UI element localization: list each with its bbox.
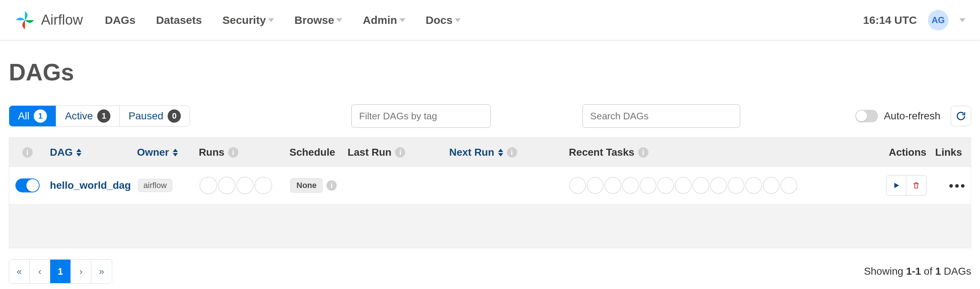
nav-browse[interactable]: Browse <box>294 14 342 26</box>
info-icon[interactable]: i <box>326 180 337 191</box>
search-dags-input[interactable] <box>582 104 740 128</box>
more-links-button[interactable]: ••• <box>949 179 966 193</box>
status-circle[interactable] <box>781 177 797 194</box>
nav-label: Docs <box>426 14 453 26</box>
page-title: DAGs <box>9 59 971 86</box>
play-icon <box>892 181 900 190</box>
status-circle[interactable] <box>640 177 657 194</box>
owner-chip[interactable]: airflow <box>138 179 172 192</box>
brand-link[interactable]: Airflow <box>15 10 83 30</box>
table-header-row: i DAG Owner Runs i Schedule Last Run i N… <box>9 138 971 167</box>
nav-label: Admin <box>363 14 397 26</box>
brand-name: Airflow <box>41 12 83 28</box>
autorefresh-label: Auto-refresh <box>884 110 940 122</box>
nav-label: Datasets <box>156 14 202 26</box>
status-circle[interactable] <box>622 177 639 194</box>
filter-row: All 1 Active 1 Paused 0 Auto-refresh <box>9 104 971 128</box>
airflow-pinwheel-icon <box>15 10 35 30</box>
recent-task-circles[interactable] <box>569 177 797 194</box>
sort-icon <box>173 149 178 156</box>
status-circle[interactable] <box>605 177 621 194</box>
chevron-down-icon <box>336 18 342 22</box>
run-status-circles[interactable] <box>199 177 272 194</box>
chevron-down-icon <box>399 18 405 22</box>
filter-tag-input[interactable] <box>352 104 491 128</box>
status-circle[interactable] <box>657 177 674 194</box>
th-label: Recent Tasks <box>569 147 634 158</box>
nav-admin[interactable]: Admin <box>363 14 405 26</box>
th-runs: Runs i <box>194 147 285 158</box>
trigger-dag-button[interactable] <box>886 176 906 195</box>
status-circle[interactable] <box>692 177 710 194</box>
page-number[interactable]: 1 <box>50 260 71 283</box>
status-tab-group: All 1 Active 1 Paused 0 <box>9 105 190 127</box>
th-label: DAG <box>50 147 73 158</box>
sort-icon <box>498 149 503 156</box>
autorefresh-group: Auto-refresh <box>855 110 940 122</box>
tab-all[interactable]: All 1 <box>9 106 56 126</box>
tab-label: Active <box>65 110 93 122</box>
info-icon[interactable]: i <box>395 147 405 158</box>
info-icon[interactable]: i <box>638 147 648 158</box>
nav-datasets[interactable]: Datasets <box>156 14 202 26</box>
pagination: « ‹ 1 › » <box>9 259 112 284</box>
tab-label: Paused <box>128 110 163 122</box>
autorefresh-toggle[interactable] <box>855 110 878 122</box>
status-circle[interactable] <box>569 177 586 194</box>
status-circle[interactable] <box>728 177 745 194</box>
clock[interactable]: 16:14 UTC <box>863 14 917 26</box>
nav-links: DAGs Datasets Security Browse Admin Docs <box>105 14 461 26</box>
dag-enable-toggle[interactable] <box>15 179 40 192</box>
nav-dags[interactable]: DAGs <box>105 14 135 26</box>
top-navbar: Airflow DAGs Datasets Security Browse Ad… <box>0 0 980 40</box>
status-circle[interactable] <box>745 177 762 194</box>
page-next[interactable]: › <box>71 260 91 283</box>
info-icon[interactable]: i <box>22 147 33 158</box>
th-label: Owner <box>137 147 169 158</box>
refresh-icon <box>955 110 966 121</box>
status-circle[interactable] <box>218 177 235 194</box>
page-last[interactable]: » <box>91 260 112 283</box>
dag-id-link[interactable]: hello_world_dag <box>50 180 131 191</box>
nav-right: 16:14 UTC AG <box>863 10 965 30</box>
status-circle[interactable] <box>710 177 727 194</box>
th-label: Links <box>935 147 962 158</box>
status-circle[interactable] <box>587 177 604 194</box>
schedule-chip[interactable]: None <box>290 178 323 193</box>
th-nextrun[interactable]: Next Run i <box>445 147 565 158</box>
refresh-button[interactable] <box>951 106 971 126</box>
info-icon[interactable]: i <box>507 147 517 158</box>
chevron-down-icon <box>455 18 461 22</box>
showing-summary: Showing 1-1 of 1 DAGs <box>864 265 971 277</box>
th-recent: Recent Tasks i <box>565 147 869 158</box>
tab-active[interactable]: Active 1 <box>56 106 119 126</box>
page-prev[interactable]: ‹ <box>30 260 50 283</box>
page-first[interactable]: « <box>9 260 30 283</box>
tab-paused[interactable]: Paused 0 <box>119 106 189 126</box>
tab-label: All <box>18 110 29 122</box>
nav-label: Security <box>222 14 266 26</box>
delete-dag-button[interactable] <box>906 176 926 195</box>
nav-docs[interactable]: Docs <box>426 14 461 26</box>
footer-row: « ‹ 1 › » Showing 1-1 of 1 DAGs <box>9 259 971 284</box>
row-action-group <box>886 175 926 196</box>
avatar[interactable]: AG <box>928 10 948 30</box>
tab-count: 1 <box>34 109 47 123</box>
status-circle[interactable] <box>199 177 217 194</box>
status-circle[interactable] <box>763 177 780 194</box>
status-circle[interactable] <box>675 177 692 194</box>
status-circle[interactable] <box>255 177 272 194</box>
chevron-down-icon[interactable] <box>959 18 965 22</box>
nav-label: DAGs <box>105 14 135 26</box>
th-schedule: Schedule <box>285 147 343 158</box>
th-label: Last Run <box>348 147 392 158</box>
tab-count: 0 <box>168 109 181 123</box>
th-dag[interactable]: DAG <box>46 147 132 158</box>
info-icon[interactable]: i <box>228 147 239 158</box>
th-links: Links <box>931 147 971 158</box>
th-owner[interactable]: Owner <box>133 147 194 158</box>
nav-security[interactable]: Security <box>222 14 274 26</box>
status-circle[interactable] <box>236 177 254 194</box>
th-actions: Actions <box>869 147 931 158</box>
th-label: Schedule <box>290 147 335 158</box>
